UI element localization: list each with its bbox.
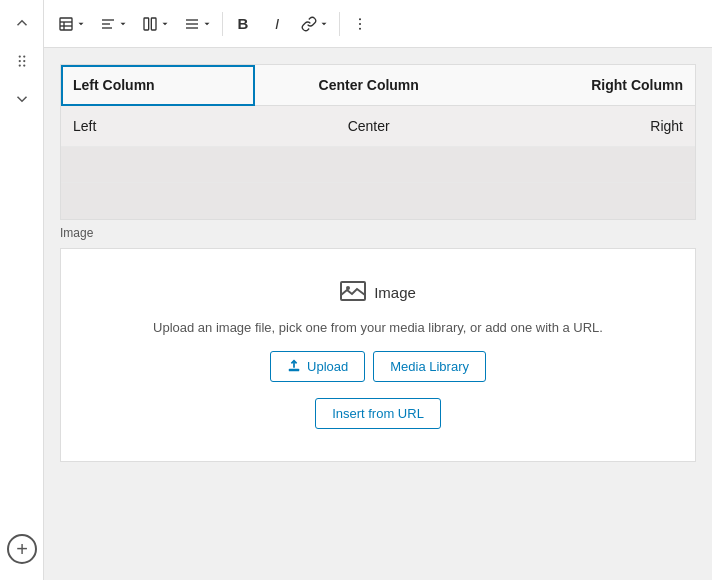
table-cell-left-3[interactable] <box>61 183 255 219</box>
sidebar: + <box>0 0 44 580</box>
svg-rect-23 <box>289 369 300 372</box>
table-row: Left Center Right <box>61 106 695 147</box>
table-layout-button[interactable] <box>52 8 92 40</box>
cell-value: Center <box>348 118 390 134</box>
image-block: Image Upload an image file, pick one fro… <box>60 248 696 462</box>
table-cell-right-3[interactable] <box>483 183 695 219</box>
upload-label: Upload <box>307 359 348 374</box>
align-justify-icon <box>184 16 200 32</box>
svg-rect-13 <box>144 18 149 30</box>
bold-button[interactable]: B <box>227 8 259 40</box>
toolbar-divider-2 <box>339 12 340 36</box>
table-block-label: Image <box>60 226 93 240</box>
insert-from-url-button[interactable]: Insert from URL <box>315 398 441 429</box>
align-left-button[interactable] <box>94 8 134 40</box>
svg-point-18 <box>359 18 361 20</box>
editor-table: Left Column Center Column Right Column <box>61 65 695 219</box>
link-chevron-icon <box>319 19 329 29</box>
left-column-label: Left Column <box>73 77 155 93</box>
italic-label: I <box>275 15 279 32</box>
table-header-right[interactable]: Right Column <box>483 65 695 106</box>
media-library-label: Media Library <box>390 359 469 374</box>
table-cell-center-1[interactable]: Center <box>255 106 483 147</box>
table-header-left[interactable]: Left Column <box>61 65 255 106</box>
table-cell-center-3[interactable] <box>255 183 483 219</box>
image-block-header: Image <box>340 281 416 304</box>
insert-url-label: Insert from URL <box>332 406 424 421</box>
image-block-description: Upload an image file, pick one from your… <box>153 320 603 335</box>
svg-point-4 <box>18 64 20 66</box>
table-header-center[interactable]: Center Column <box>255 65 483 106</box>
media-library-button[interactable]: Media Library <box>373 351 486 382</box>
right-column-label: Right Column <box>591 77 683 93</box>
cell-value: Right <box>650 118 683 134</box>
chevron-down-icon <box>76 19 86 29</box>
table-layout-icon <box>58 16 74 32</box>
align-justify-button[interactable] <box>178 8 218 40</box>
image-block-primary-buttons: Upload Media Library <box>270 351 486 382</box>
link-button[interactable] <box>295 8 335 40</box>
collapse-down-btn[interactable] <box>7 84 37 114</box>
svg-point-19 <box>359 23 361 25</box>
justify-chevron-icon <box>202 19 212 29</box>
table-header-row: Left Column Center Column Right Column <box>61 65 695 106</box>
link-icon <box>301 16 317 32</box>
table-cell-right-1[interactable]: Right <box>483 106 695 147</box>
more-options-button[interactable] <box>344 8 376 40</box>
image-block-title-text: Image <box>374 284 416 301</box>
align-left-icon <box>100 16 116 32</box>
drag-handle[interactable] <box>7 46 37 76</box>
block-toolbar: B I <box>44 0 712 48</box>
svg-point-1 <box>23 55 25 57</box>
main-content: B I <box>44 0 712 580</box>
upload-button[interactable]: Upload <box>270 351 365 382</box>
table-cell-left-1[interactable]: Left <box>61 106 255 147</box>
svg-point-0 <box>18 55 20 57</box>
collapse-up-btn[interactable] <box>7 8 37 38</box>
svg-rect-6 <box>60 18 72 30</box>
upload-icon <box>287 359 301 373</box>
svg-point-2 <box>18 60 20 62</box>
columns-icon <box>142 16 158 32</box>
align-chevron-icon <box>118 19 128 29</box>
table-block[interactable]: Left Column Center Column Right Column <box>60 64 696 220</box>
svg-rect-14 <box>151 18 156 30</box>
italic-button[interactable]: I <box>261 8 293 40</box>
table-row <box>61 147 695 183</box>
table-container: Left Column Center Column Right Column <box>60 64 696 220</box>
table-cell-left-2[interactable] <box>61 147 255 183</box>
image-icon <box>340 281 366 304</box>
editor-content: Left Column Center Column Right Column <box>44 48 712 580</box>
svg-point-20 <box>359 27 361 29</box>
columns-chevron-icon <box>160 19 170 29</box>
table-cell-center-2[interactable] <box>255 147 483 183</box>
table-cell-right-2[interactable] <box>483 147 695 183</box>
sidebar-bottom: + <box>0 534 44 564</box>
add-block-button[interactable]: + <box>7 534 37 564</box>
bold-label: B <box>238 15 249 32</box>
svg-point-5 <box>23 64 25 66</box>
ellipsis-icon <box>352 16 368 32</box>
svg-point-3 <box>23 60 25 62</box>
columns-button[interactable] <box>136 8 176 40</box>
toolbar-divider-1 <box>222 12 223 36</box>
table-row <box>61 183 695 219</box>
center-column-label: Center Column <box>319 77 419 93</box>
cell-value: Left <box>73 118 96 134</box>
